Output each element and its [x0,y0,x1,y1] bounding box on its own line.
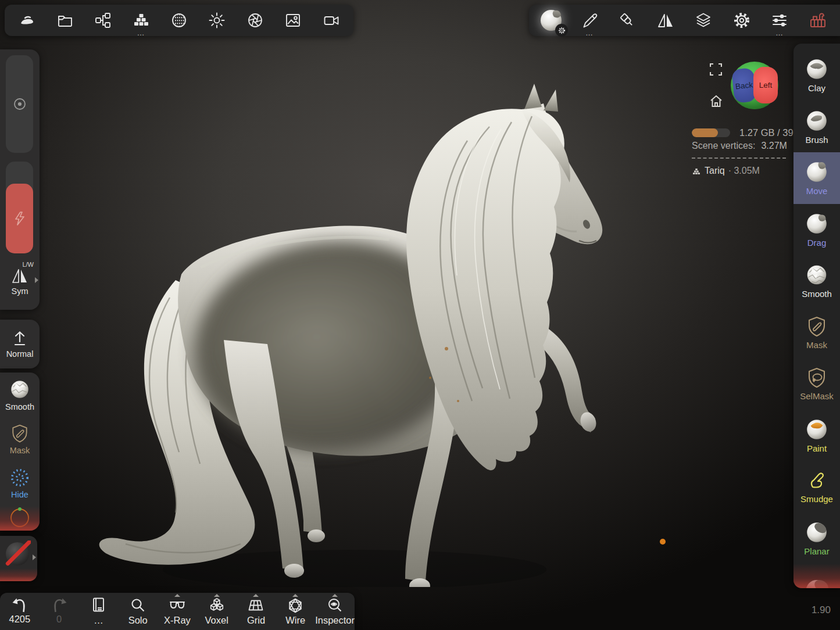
solo-label: Solo [128,615,148,626]
quick-mask-icon [9,423,30,444]
lighting-sun-icon [208,12,226,29]
gear-icon [558,27,566,34]
gizmo-back-label: Back [735,80,753,91]
symmetry-button[interactable] [650,6,681,35]
voxel-button[interactable]: Voxel [197,593,237,630]
mask-tool-icon [805,315,828,338]
tool-label-mask: Mask [806,340,827,350]
tool-item-drag[interactable]: Drag [793,204,840,256]
inspector-button[interactable]: Inspector [315,593,355,630]
wire-caret-icon [292,594,298,597]
alpha-expand-arrow-icon[interactable] [33,554,36,560]
object-row[interactable]: Tariq · 3.05M [692,166,760,176]
scene-graph-button[interactable] [87,6,119,35]
partial-tool-icon [803,576,830,588]
horse-model[interactable] [81,76,616,587]
gizmo-left-label: Left [759,81,773,90]
solo-magnifier-icon [129,597,146,614]
grid-label: Grid [247,615,265,626]
camera-button[interactable] [316,6,347,35]
symmetry-expand-arrow-icon[interactable] [35,277,38,283]
tool-label-drag: Drag [807,238,827,248]
tool-item-paint[interactable]: Paint [793,410,840,461]
paint-brush-icon [619,12,636,29]
home-view-button[interactable] [709,95,723,108]
app-screen: Back Left 1.27 GB / 391 M Scene vertices… [0,0,840,630]
material-button[interactable] [163,6,195,35]
quick-smooth-button[interactable]: Smooth [0,373,40,417]
adjust-sliders-button[interactable]: … [764,6,795,35]
alpha-selector-panel[interactable] [0,536,37,581]
scene-vertices: Scene vertices:3.27M [692,141,787,151]
quick-hide-button[interactable]: Hide [0,461,40,505]
quick-hide-icon [9,467,30,488]
tool-item-smudge[interactable]: Smudge [793,461,840,513]
stylus-button[interactable]: … [574,6,605,35]
quick-smooth-label: Smooth [5,402,34,411]
tool-item-brush[interactable]: Brush [793,101,840,153]
quick-mask-button[interactable]: Mask [0,417,40,461]
intensity-slider-fill [6,184,33,253]
quick-mask-label: Mask [10,446,30,455]
redo-button[interactable]: 0 [40,593,79,630]
files-button[interactable] [49,6,81,35]
inspector-label: Inspector [315,615,355,626]
mesh-icon [692,167,701,175]
inspector-eye-icon [326,597,344,614]
quick-tools-panel: Smooth Mask Hide [0,373,40,531]
scene-graph-icon [94,12,112,29]
info-separator [692,158,786,159]
grid-button[interactable]: Grid [237,593,276,630]
radius-slider[interactable] [6,55,33,153]
lighting-button[interactable] [201,6,233,35]
tool-item-move[interactable]: Move [793,152,840,204]
gizmo-left-face[interactable]: Left [753,67,778,103]
falloff-panel[interactable]: Normal [0,320,40,368]
memory-bar-fill [692,128,718,137]
sliders-more-indicator: … [775,31,784,35]
tool-item-smooth[interactable]: Smooth [793,255,840,307]
topology-button[interactable]: … [126,6,157,35]
settings-button[interactable] [726,6,757,35]
background-button[interactable] [277,6,309,35]
tool-item-clay[interactable]: Clay [793,49,840,101]
tool-item-mask[interactable]: Mask [793,307,840,359]
redo-icon [51,597,68,613]
tool-label-paint: Paint [807,443,827,453]
alpha-panel-fade [0,568,37,581]
history-more-indicator: … [94,615,103,626]
tool-label-brush: Brush [805,135,828,145]
voxel-caret-icon [214,594,220,597]
smudge-tool-icon [805,469,828,492]
undo-icon [11,597,28,613]
toolbox-button[interactable] [802,6,834,35]
tool-label-planar: Planar [804,546,829,556]
wire-button[interactable]: Wire [276,593,315,630]
normal-direction-icon [12,330,27,346]
undo-button[interactable]: 4205 [0,593,40,630]
active-tool-button[interactable] [535,6,567,35]
solo-button[interactable]: Solo [118,593,158,630]
symmetry-toggle[interactable]: L/W Sym [0,257,40,306]
tool-item-planar[interactable]: Planar [793,513,840,564]
app-logo-button[interactable] [11,6,42,35]
orientation-gizmo[interactable]: Back Left [731,62,778,109]
post-process-button[interactable] [240,6,271,35]
quick-gizmo-button[interactable] [0,505,40,531]
background-image-icon [284,12,302,29]
xray-button[interactable]: X-Ray [158,593,197,630]
app-logo-icon [18,12,35,29]
layers-button[interactable] [688,6,719,35]
history-button[interactable]: … [79,593,119,630]
stroke-start-dot [660,539,666,545]
tool-label-smooth: Smooth [802,289,832,299]
undo-count: 4205 [9,614,31,625]
tool-item-partial[interactable] [793,564,840,588]
tool-item-selmask[interactable]: SelMask [793,358,840,410]
paint-brush-button[interactable] [612,6,643,35]
fullscreen-button[interactable] [710,63,722,76]
tool-settings-badge[interactable] [555,24,568,37]
selmask-tool-icon [805,366,828,389]
home-icon [709,95,723,108]
intensity-slider[interactable] [6,162,33,253]
